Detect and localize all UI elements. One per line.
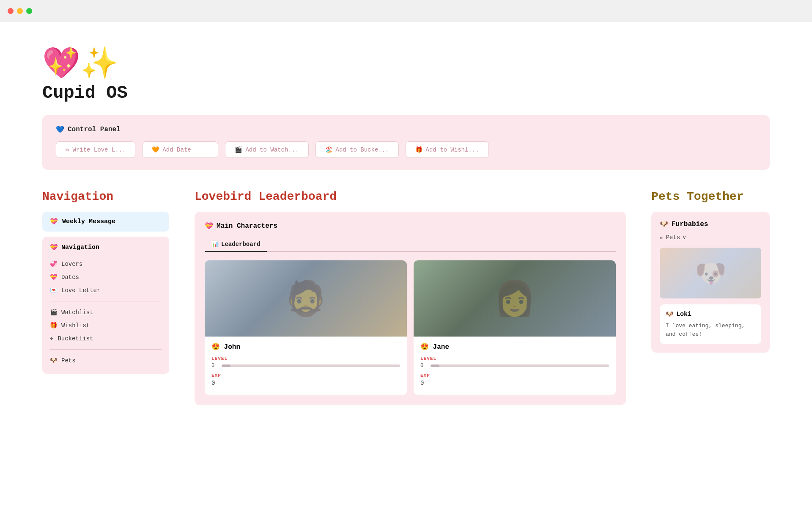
add-wishlist-button[interactable]: 🎁 Add to Wishl... [406,141,489,158]
profile-photo-jane: 👩 [414,260,616,337]
write-love-label: Write Love L... [72,146,126,153]
weekly-message-label: Weekly Message [62,218,115,225]
tab-bar: 📊 Leaderboard [205,237,616,252]
john-level-label: LEVEL [211,356,400,361]
leaderboard-panel: 💝 Main Characters 📊 Leaderboard 🧔 [195,212,626,405]
control-panel-title: 💙 Control Panel [56,125,756,134]
pets-filter-label: Pets [666,234,680,241]
add-bucketlist-button[interactable]: 🏖️ Add to Bucke... [315,141,399,158]
wishlist-icon: 🎁 [50,322,57,329]
john-level-bar-fill [222,364,230,367]
add-wishlist-icon: 🎁 [415,146,422,153]
jane-level-label: LEVEL [420,356,609,361]
john-level-bar-bg [222,364,400,367]
leaderboard-panel-icon: 💝 [205,222,213,230]
john-exp-label: EXP [211,373,400,378]
dates-icon: 💝 [50,273,57,281]
pets-heading: Pets Together [651,190,770,203]
pets-filter-icon: ✏️ [660,234,663,241]
pets-column: Pets Together 🐶 Furbabies ✏️ Pets ∨ 🐶 [651,190,770,353]
dog-image-icon: 🐶 [695,258,727,288]
tab-leaderboard[interactable]: 📊 Leaderboard [205,237,267,252]
minimize-button[interactable] [17,8,23,14]
pets-nav-icon: 🐶 [50,357,57,364]
nav-section-block: 💝 Navigation 💞 Lovers 💝 Dates 💌 Love Let… [42,237,169,374]
pets-panel-title: 🐶 Furbabies [660,220,761,229]
profile-cards: 🧔 😍 John LEVEL 0 [205,260,616,395]
john-name: 😍 John [211,342,400,351]
jane-exp-label: EXP [420,373,609,378]
app-icon: 💖✨ [42,47,770,78]
titlebar [0,0,812,22]
pets-filter[interactable]: ✏️ Pets ∨ [660,234,761,241]
john-silhouette: 🧔 [285,279,327,318]
leaderboard-panel-title: 💝 Main Characters [205,222,616,230]
add-date-label: Add Date [162,146,191,153]
close-button[interactable] [8,8,14,14]
bucketlist-icon: ✈️ [50,335,53,342]
profile-card-john: 🧔 😍 John LEVEL 0 [205,260,407,395]
pet-card: 🐶 Loki I love eating, sleeping, and coff… [660,304,761,344]
add-watchlist-button[interactable]: 🎬 Add to Watch... [225,141,308,158]
app-title: Cupid OS [42,83,770,103]
nav-item-watchlist[interactable]: 🎬 Watchlist [50,306,162,319]
add-bucketlist-icon: 🏖️ [325,146,332,153]
write-love-icon: ✉️ [66,146,69,153]
jane-level-bar-bg [431,364,609,367]
nav-divider-1 [50,301,162,301]
add-wishlist-label: Add to Wishl... [426,146,479,153]
pet-image: 🐶 [660,248,761,298]
pet-name: 🐶 Loki [666,310,755,318]
add-watchlist-icon: 🎬 [235,146,242,153]
nav-item-wishlist[interactable]: 🎁 Wishlist [50,319,162,332]
columns-layout: Navigation 💝 Weekly Message 💝 Navigation… [42,190,770,405]
john-profile-body: 😍 John LEVEL 0 EXP 0 [205,337,407,395]
john-level-value: 0 [211,363,217,369]
main-content: 💖✨ Cupid OS 💙 Control Panel ✉️ Write Lov… [0,22,812,431]
john-exp-value: 0 [211,380,400,387]
nav-item-bucketlist[interactable]: ✈️ Bucketlist [50,332,162,345]
nav-item-lovers[interactable]: 💞 Lovers [50,257,162,271]
jane-icon: 😍 [420,343,429,351]
jane-name: 😍 Jane [420,342,609,351]
maximize-button[interactable] [26,8,32,14]
navigation-column: Navigation 💝 Weekly Message 💝 Navigation… [42,190,169,374]
pets-panel-icon: 🐶 [660,220,668,229]
nav-divider-2 [50,349,162,350]
nav-item-love-letter[interactable]: 💌 Love Letter [50,284,162,297]
control-panel: 💙 Control Panel ✉️ Write Love L... 🧡 Add… [42,115,770,170]
jane-exp-value: 0 [420,380,609,387]
nav-item-pets[interactable]: 🐶 Pets [50,354,162,367]
add-date-button[interactable]: 🧡 Add Date [142,141,218,158]
love-letter-icon: 💌 [50,287,57,294]
jane-level-value: 0 [420,363,426,369]
leaderboard-heading: Lovebird Leaderboard [195,190,626,203]
pet-icon: 🐶 [666,310,674,318]
nav-section-title: 💝 Navigation [50,243,162,251]
pets-filter-chevron-icon: ∨ [683,234,686,241]
john-icon: 😍 [211,343,220,351]
tab-leaderboard-icon: 📊 [211,240,219,248]
nav-item-dates[interactable]: 💝 Dates [50,271,162,284]
john-level-bar: 0 [211,363,400,369]
add-watchlist-label: Add to Watch... [245,146,299,153]
profile-photo-john: 🧔 [205,260,407,337]
pet-description: I love eating, sleeping, and coffee! [666,322,755,338]
jane-level-bar: 0 [420,363,609,369]
pets-panel: 🐶 Furbabies ✏️ Pets ∨ 🐶 🐶 Loki [651,212,770,353]
nav-section-icon: 💝 [50,243,58,251]
profile-card-jane: 👩 😍 Jane LEVEL 0 [414,260,616,395]
weekly-message-icon: 💝 [50,218,58,226]
jane-level-bar-fill [431,364,439,367]
weekly-message-item[interactable]: 💝 Weekly Message [42,212,169,232]
add-date-icon: 🧡 [152,146,159,153]
lovers-icon: 💞 [50,260,57,268]
navigation-heading: Navigation [42,190,169,203]
leaderboard-column: Lovebird Leaderboard 💝 Main Characters 📊… [195,190,626,405]
add-bucketlist-label: Add to Bucke... [336,146,389,153]
watchlist-icon: 🎬 [50,309,57,316]
panel-buttons: ✉️ Write Love L... 🧡 Add Date 🎬 Add to W… [56,141,756,158]
jane-silhouette: 👩 [494,279,536,318]
control-panel-icon: 💙 [56,125,64,134]
write-love-button[interactable]: ✉️ Write Love L... [56,141,135,158]
